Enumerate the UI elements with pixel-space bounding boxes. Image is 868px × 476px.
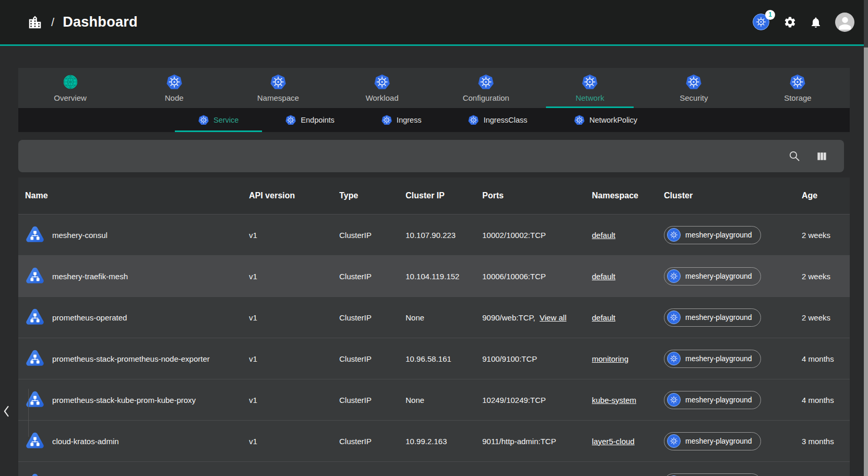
cluster-chip[interactable]: meshery-playground (664, 350, 761, 368)
column-visibility-button[interactable] (815, 149, 828, 163)
tab-label: Namespace (257, 93, 299, 102)
table-body: meshery-consulv1ClusterIP10.107.90.22310… (18, 214, 850, 476)
notifications-button[interactable] (809, 16, 823, 29)
service-icon (25, 307, 45, 327)
subtab-ingress[interactable]: Ingress (358, 108, 445, 132)
user-avatar[interactable] (835, 13, 854, 32)
name-cell: prometheus-stack-prometheus-node-exporte… (18, 349, 249, 368)
type-cell: ClusterIP (339, 313, 406, 322)
kubernetes-icon (286, 115, 296, 125)
tab-network[interactable]: Network (538, 68, 642, 108)
subtab-service[interactable]: Service (175, 108, 262, 132)
breadcrumb: / Dashboard (27, 14, 138, 30)
cluster-ip-cell: None (406, 396, 482, 404)
tab-label: Security (680, 93, 708, 102)
tab-label: Node (165, 93, 184, 102)
age-cell: 2 weeks (802, 272, 850, 281)
tab-workload[interactable]: Workload (330, 68, 434, 108)
kubernetes-icon (582, 74, 598, 90)
subtab-label: Ingress (397, 116, 422, 124)
table-row[interactable]: prometheus-operatedv1ClusterIPNone9090/w… (18, 296, 850, 338)
table-row[interactable]: meshery-consulv1ClusterIP10.107.90.22310… (18, 214, 850, 255)
tab-namespace[interactable]: Namespace (226, 68, 330, 108)
name-cell (18, 472, 249, 476)
name-cell: cloud-kratos-admin (18, 431, 249, 451)
drawer-collapse-button[interactable] (1, 401, 13, 422)
context-count-badge: 1 (765, 10, 775, 20)
ports-cell: 9011/http-admin:TCP (482, 437, 592, 446)
kubernetes-icon (167, 74, 182, 90)
bell-icon (810, 16, 822, 29)
service-name: prometheus-stack-prometheus-node-exporte… (52, 354, 210, 363)
cluster-chip[interactable]: meshery-playground (664, 391, 761, 409)
meshery-icon (63, 74, 78, 90)
namespace-link[interactable]: default (592, 313, 615, 322)
cluster-chip-label: meshery-playground (685, 396, 752, 404)
age-cell: 2 weeks (802, 231, 850, 240)
tab-configuration[interactable]: Configuration (434, 68, 538, 108)
name-cell: meshery-consul (18, 225, 249, 245)
tab-overview[interactable]: Overview (18, 68, 122, 108)
namespace-link[interactable]: default (592, 231, 615, 240)
view-all-ports-link[interactable]: View all (540, 313, 566, 322)
subtab-ingressclass[interactable]: IngressClass (445, 108, 551, 132)
settings-button[interactable] (783, 16, 796, 29)
tab-label: Network (576, 93, 604, 102)
cluster-ip-cell: 10.96.58.161 (406, 354, 482, 363)
gear-icon (783, 16, 796, 29)
api-version-cell: v1 (249, 396, 339, 404)
api-version-cell: v1 (249, 437, 339, 446)
kubernetes-context-button[interactable]: 1 (753, 14, 770, 31)
cluster-chip[interactable]: meshery-playground (664, 473, 761, 476)
type-cell: ClusterIP (339, 231, 406, 240)
type-cell: ClusterIP (339, 396, 406, 404)
cluster-chip[interactable]: meshery-playground (664, 308, 761, 327)
subtab-label: NetworkPolicy (589, 116, 637, 124)
kubernetes-icon (667, 228, 681, 242)
kubernetes-icon (686, 74, 701, 90)
person-icon (836, 14, 854, 32)
kubernetes-icon (667, 311, 681, 324)
service-name: prometheus-operated (52, 313, 127, 322)
cluster-chip[interactable]: meshery-playground (664, 267, 761, 285)
table-row[interactable]: mesherymeshery-playground (18, 461, 850, 476)
table-row[interactable]: meshery-traefik-meshv1ClusterIP10.104.11… (18, 255, 850, 296)
service-name: meshery-traefik-mesh (52, 272, 128, 281)
cluster-chip[interactable]: meshery-playground (664, 226, 761, 244)
ports-cell: 10002/10002:TCP (482, 231, 592, 240)
namespace-link[interactable]: layer5-cloud (592, 437, 635, 446)
search-button[interactable] (788, 149, 801, 163)
age-cell: 3 months (802, 437, 850, 446)
cluster-chip[interactable]: meshery-playground (664, 432, 761, 450)
api-version-cell: v1 (249, 313, 339, 322)
tab-label: Storage (784, 93, 812, 102)
tab-node[interactable]: Node (122, 68, 226, 108)
cluster-cell: meshery-playground (664, 267, 802, 285)
table-row[interactable]: prometheus-stack-kube-prom-kube-proxyv1C… (18, 379, 850, 420)
subtab-label: Endpoints (301, 116, 335, 124)
tab-security[interactable]: Security (642, 68, 746, 108)
resource-tabs: OverviewNodeNamespaceWorkloadConfigurati… (18, 68, 850, 108)
table-row[interactable]: prometheus-stack-prometheus-node-exporte… (18, 338, 850, 379)
tab-storage[interactable]: Storage (746, 68, 850, 108)
building-icon[interactable] (27, 15, 43, 30)
namespace-link[interactable]: kube-system (592, 396, 636, 404)
kubernetes-icon (667, 269, 681, 283)
namespace-link[interactable]: monitoring (592, 354, 628, 363)
type-cell: ClusterIP (339, 437, 406, 446)
cluster-ip-cell: 10.99.2.163 (406, 437, 482, 446)
scrollbar-thumb[interactable] (864, 47, 868, 476)
page-title: Dashboard (63, 14, 138, 30)
table-row[interactable]: cloud-kratos-adminv1ClusterIP10.99.2.163… (18, 420, 850, 461)
app-header: / Dashboard 1 (0, 0, 868, 46)
kubernetes-icon (374, 74, 390, 90)
tab-label: Configuration (462, 93, 509, 102)
age-cell: 4 months (802, 396, 850, 404)
drawer-edge-divider (28, 389, 29, 437)
age-cell: 2 weeks (802, 313, 850, 322)
subtab-networkpolicy[interactable]: NetworkPolicy (551, 108, 661, 132)
namespace-link[interactable]: default (592, 272, 615, 281)
search-icon (788, 150, 801, 162)
subtab-endpoints[interactable]: Endpoints (262, 108, 358, 132)
kubernetes-icon (667, 352, 681, 365)
